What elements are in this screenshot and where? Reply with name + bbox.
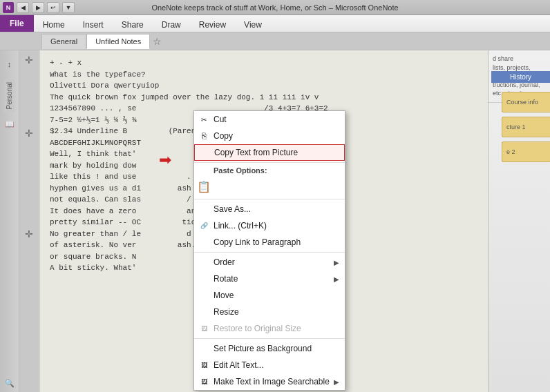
set-background-icon — [198, 343, 209, 354]
menu-item-edit-alt-text[interactable]: 🖼 Edit Alt Text... — [194, 357, 345, 373]
menu-item-paste-icon[interactable]: 📋 — [194, 175, 345, 197]
menu-label-edit-alt-text: Edit Alt Text... — [214, 360, 263, 370]
title-bar: N ◀ ▶ ↩ ▼ OneNote keeps track of stuff a… — [0, 0, 550, 15]
rotate-arrow-icon: ▶ — [334, 275, 339, 283]
edit-alt-icon: 🖼 — [198, 360, 209, 371]
move-cross-3[interactable]: ✛ — [25, 228, 33, 239]
tab-review[interactable]: Review — [190, 17, 235, 32]
page-tab-course-info[interactable]: Course info — [502, 92, 550, 112]
tab-unfiled-notes[interactable]: Unfiled Notes — [86, 34, 150, 49]
tab-draw[interactable]: Draw — [153, 17, 190, 32]
resize-icon — [198, 306, 209, 317]
menu-label-copy: Copy — [214, 131, 233, 141]
copy-link-icon — [198, 237, 209, 248]
tab-home[interactable]: Home — [34, 17, 74, 32]
separator-4 — [194, 338, 345, 339]
undo-button[interactable]: ↩ — [47, 2, 59, 13]
tab-insert[interactable]: Insert — [74, 17, 113, 32]
menu-item-set-background[interactable]: Set Picture as Background — [194, 340, 345, 357]
page-tab-lecture-1[interactable]: cture 1 — [502, 117, 550, 137]
link-icon: 🔗 — [198, 220, 209, 231]
copy-icon: ⎘ — [198, 130, 209, 141]
cut-icon: ✂ — [198, 114, 209, 125]
sidebar-icon-1[interactable]: ↕ — [3, 57, 17, 71]
title-bar-left: N ◀ ▶ ↩ ▼ — [3, 2, 75, 13]
quick-access-button[interactable]: ▼ — [62, 2, 75, 13]
menu-item-order[interactable]: Order ▶ — [194, 254, 345, 271]
separator-2 — [194, 199, 345, 199]
tab-view[interactable]: View — [235, 17, 271, 32]
separator-1 — [194, 162, 345, 163]
paste-icon: 📋 — [198, 181, 209, 192]
make-searchable-icon: 🖼 — [198, 376, 209, 387]
tab-general[interactable]: General — [41, 34, 86, 49]
menu-item-save-as[interactable]: Save As... — [194, 201, 345, 217]
menu-label-save-as: Save As... — [214, 204, 251, 214]
forward-button[interactable]: ▶ — [32, 2, 44, 13]
order-arrow-icon: ▶ — [334, 259, 339, 266]
context-menu: ✂ Cut ⎘ Copy Copy Text from Picture Past… — [193, 110, 345, 391]
separator-3 — [194, 252, 345, 253]
move-icon — [198, 290, 209, 301]
rotate-icon — [198, 273, 209, 284]
app-icon: N — [3, 2, 14, 13]
menu-label-rotate: Rotate — [214, 274, 238, 284]
notebook-pages: Course info cture 1 e 2 — [502, 92, 550, 162]
menu-item-copy-text-from-picture[interactable]: Copy Text from Picture — [194, 144, 345, 161]
menu-item-move[interactable]: Move — [194, 287, 345, 304]
sidebar-section-personal[interactable]: Personal — [4, 79, 15, 112]
sidebar-icon-2[interactable]: 📖 — [3, 117, 17, 131]
move-handle: ✛ ✛ ✛ — [19, 50, 39, 392]
menu-item-resize[interactable]: Resize — [194, 304, 345, 320]
left-sidebar: ↕ Personal 📖 🔍 — [0, 50, 19, 392]
tab-share[interactable]: Share — [113, 17, 153, 32]
menu-label-order: Order — [214, 257, 235, 267]
menu-label-move: Move — [214, 291, 234, 300]
menu-label-restore: Restore to Original Size — [214, 324, 301, 333]
menu-item-make-text-searchable[interactable]: 🖼 Make Text in Image Searchable ▶ — [194, 373, 345, 390]
tab-file[interactable]: File — [0, 15, 34, 32]
back-button[interactable]: ◀ — [17, 2, 29, 13]
note-tabs-row: General Unfiled Notes ☆ Sear — [0, 32, 550, 50]
copy-text-icon — [199, 147, 210, 158]
ribbon-tabs: File Home Insert Share Draw Review View — [0, 15, 550, 32]
searchable-arrow-icon: ▶ — [334, 378, 339, 386]
menu-item-copy-link[interactable]: Copy Link to Paragraph — [194, 234, 345, 251]
menu-label-copy-text-from-picture: Copy Text from Picture — [214, 148, 298, 157]
window-title: OneNote keeps track of stuff at Work, Ho… — [151, 3, 398, 12]
menu-label-link: Link... (Ctrl+K) — [214, 221, 267, 231]
menu-item-cut[interactable]: ✂ Cut — [194, 111, 345, 128]
menu-label-make-text-searchable: Make Text in Image Searchable — [214, 377, 330, 386]
sidebar-icon-3[interactable]: 🔍 — [3, 376, 17, 390]
move-cross-2[interactable]: ✛ — [25, 128, 33, 139]
menu-item-restore[interactable]: 🖼 Restore to Original Size — [194, 320, 345, 337]
order-icon — [198, 257, 209, 268]
save-as-icon — [198, 204, 209, 215]
arrow-indicator: ➡ — [159, 151, 171, 169]
menu-label-resize: Resize — [214, 307, 239, 317]
menu-label-copy-link: Copy Link to Paragraph — [214, 237, 301, 247]
menu-item-rotate[interactable]: Rotate ▶ — [194, 271, 345, 287]
right-sidebar: d share lists, projects, ces, references… — [488, 50, 550, 392]
move-cross-1[interactable]: ✛ — [25, 55, 33, 66]
menu-label-cut: Cut — [214, 115, 227, 124]
history-label[interactable]: History — [491, 71, 550, 83]
ribbon: File Home Insert Share Draw Review View — [0, 15, 550, 32]
page-tab-page-2[interactable]: e 2 — [502, 141, 550, 162]
paste-options-label: Paste Options: — [194, 164, 345, 175]
menu-item-copy[interactable]: ⎘ Copy — [194, 128, 345, 144]
menu-label-set-background: Set Picture as Background — [214, 344, 312, 353]
restore-icon: 🖼 — [198, 323, 209, 334]
menu-item-link[interactable]: 🔗 Link... (Ctrl+K) — [194, 217, 345, 234]
add-tab-button[interactable]: ☆ — [150, 35, 164, 48]
